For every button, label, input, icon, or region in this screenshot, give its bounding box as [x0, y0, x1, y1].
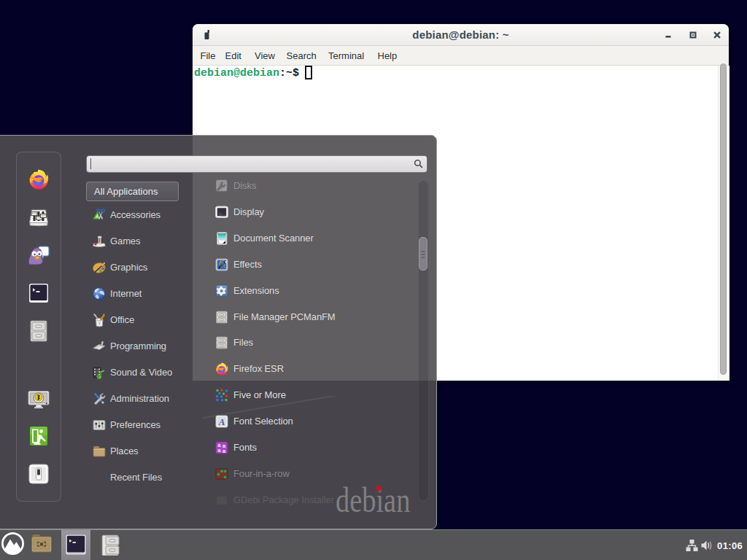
svg-text:a: a [218, 443, 221, 448]
svg-text:A: A [218, 416, 225, 427]
svg-text:a: a [218, 448, 221, 453]
